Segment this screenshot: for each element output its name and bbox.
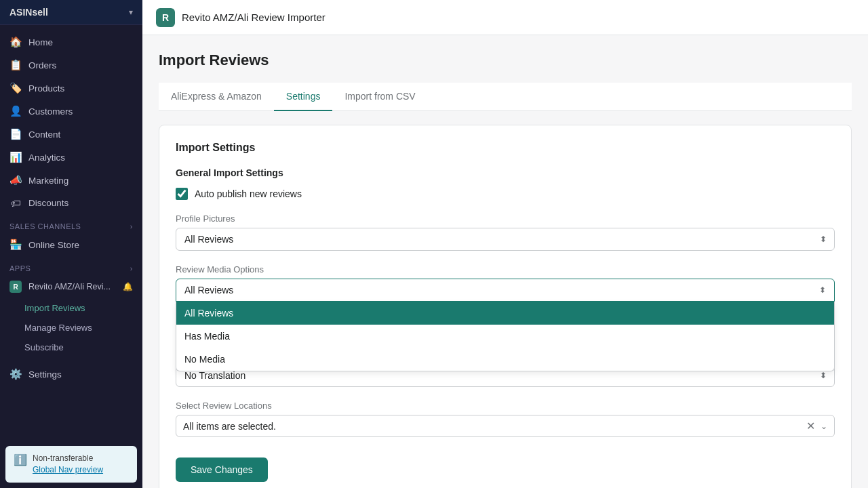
products-icon: 🏷️	[9, 82, 22, 94]
locations-arrow-icon[interactable]: ⌄	[821, 422, 827, 431]
locations-clear-icon[interactable]: ✕	[806, 420, 815, 432]
sidebar-nav: 🏠 Home 📋 Orders 🏷️ Products 👤 Customers …	[0, 25, 142, 441]
import-settings-card: Import Settings General Import Settings …	[159, 125, 852, 488]
auto-publish-row: Auto publish new reviews	[176, 188, 835, 200]
sidebar-item-marketing-label: Marketing	[28, 176, 68, 186]
locations-field: Select Review Locations All items are se…	[176, 401, 835, 437]
sidebar-sub-item-subscribe[interactable]: Subscribe	[0, 338, 142, 357]
marketing-icon: 📣	[9, 174, 22, 186]
sales-channels-chevron-icon: ›	[130, 222, 133, 230]
review-media-current-value: All Reviews	[184, 285, 233, 296]
sidebar-item-analytics[interactable]: 📊 Analytics	[0, 146, 142, 169]
sidebar-item-analytics-label: Analytics	[28, 152, 65, 163]
analytics-icon: 📊	[9, 151, 22, 163]
review-media-dropdown-trigger[interactable]: All Reviews ⬍	[176, 279, 835, 302]
notification-text: Non-transferable Global Nav preview	[33, 453, 103, 476]
topbar-app-title: Revito AMZ/Ali Review Importer	[182, 12, 326, 23]
review-media-arrow-icon: ⬍	[819, 285, 826, 295]
settings-icon: ⚙️	[9, 368, 22, 380]
save-changes-button[interactable]: Save Changes	[176, 458, 268, 482]
page-title: Import Reviews	[159, 52, 852, 69]
sidebar-item-home-label: Home	[28, 37, 53, 47]
sidebar-item-app-label: Revito AMZ/Ali Revi...	[28, 282, 111, 291]
tab-import-from-csv[interactable]: Import from CSV	[332, 83, 427, 111]
home-icon: 🏠	[9, 36, 22, 48]
orders-icon: 📋	[9, 59, 22, 71]
profile-pictures-label: Profile Pictures	[176, 214, 835, 224]
sidebar-item-discounts-label: Discounts	[28, 198, 68, 208]
sidebar-item-online-store[interactable]: 🏪 Online Store	[0, 233, 142, 256]
review-media-option-no-media[interactable]: No Media	[176, 348, 834, 371]
sales-channels-section: Sales channels ›	[0, 214, 142, 233]
sidebar-item-content[interactable]: 📄 Content	[0, 123, 142, 146]
manage-reviews-label: Manage Reviews	[24, 323, 92, 333]
card-title: Import Settings	[176, 142, 835, 154]
locations-multiselect[interactable]: All items are selected. ✕ ⌄	[176, 415, 835, 437]
tab-aliexpress-amazon[interactable]: AliExpress & Amazon	[159, 83, 274, 111]
content-area: Import Reviews AliExpress & Amazon Setti…	[142, 35, 868, 488]
store-selector-chevron-icon: ▾	[129, 7, 133, 17]
sidebar-item-home[interactable]: 🏠 Home	[0, 30, 142, 54]
sidebar-sub-item-import-reviews[interactable]: Import Reviews	[0, 298, 142, 318]
sidebar-item-discounts[interactable]: 🏷 Discounts	[0, 192, 142, 214]
app-bell-icon: 🔔	[123, 282, 133, 291]
sidebar-item-content-label: Content	[28, 129, 60, 140]
online-store-icon: 🏪	[9, 239, 22, 251]
review-media-options-list: All Reviews Has Media No Media	[176, 302, 835, 371]
store-name: ASINsell	[9, 7, 48, 18]
content-icon: 📄	[9, 128, 22, 140]
auto-publish-label: Auto publish new reviews	[195, 188, 302, 199]
notification-link[interactable]: Global Nav preview	[33, 465, 103, 474]
sidebar-item-settings-label: Settings	[28, 369, 62, 380]
apps-chevron-icon: ›	[130, 264, 133, 272]
sidebar-item-app[interactable]: R Revito AMZ/Ali Revi... 🔔	[0, 275, 142, 298]
sidebar-item-products-label: Products	[28, 83, 64, 94]
review-media-dropdown-container: All Reviews ⬍ All Reviews Has Media No M…	[176, 279, 835, 302]
sidebar-item-online-store-label: Online Store	[28, 240, 79, 250]
sidebar: ASINsell ▾ 🏠 Home 📋 Orders 🏷️ Products 👤…	[0, 0, 142, 488]
sidebar-item-settings[interactable]: ⚙️ Settings	[0, 363, 142, 386]
main-content: R Revito AMZ/Ali Review Importer Import …	[142, 0, 868, 488]
review-media-option-all[interactable]: All Reviews	[176, 302, 834, 325]
sidebar-sub-item-manage-reviews[interactable]: Manage Reviews	[0, 318, 142, 338]
tab-settings[interactable]: Settings	[274, 83, 333, 111]
subscribe-label: Subscribe	[24, 342, 64, 352]
general-section-title: General Import Settings	[176, 167, 835, 178]
sidebar-item-customers-label: Customers	[28, 106, 73, 117]
notification-icon: ℹ️	[14, 453, 27, 466]
locations-current-value: All items are selected.	[183, 421, 276, 432]
review-media-option-has-media[interactable]: Has Media	[176, 325, 834, 348]
notification-banner: ℹ️ Non-transferable Global Nav preview	[5, 446, 137, 483]
auto-publish-checkbox[interactable]	[176, 188, 188, 200]
apps-section: Apps ›	[0, 256, 142, 275]
profile-pictures-select[interactable]: All Reviews Has Media No Media	[176, 228, 835, 251]
app-icon: R	[9, 281, 22, 293]
import-reviews-label: Import Reviews	[24, 303, 85, 313]
sidebar-item-customers[interactable]: 👤 Customers	[0, 100, 142, 123]
customers-icon: 👤	[9, 105, 22, 117]
sidebar-item-orders-label: Orders	[28, 60, 56, 70]
review-media-field: Review Media Options All Reviews ⬍ All R…	[176, 264, 835, 302]
app-logo: R	[156, 8, 175, 27]
topbar: R Revito AMZ/Ali Review Importer	[142, 0, 868, 35]
discounts-icon: 🏷	[9, 197, 22, 209]
profile-pictures-field: Profile Pictures All Reviews Has Media N…	[176, 214, 835, 251]
locations-multiselect-icons: ✕ ⌄	[806, 420, 827, 432]
review-media-label: Review Media Options	[176, 264, 835, 274]
sidebar-item-marketing[interactable]: 📣 Marketing	[0, 169, 142, 192]
sidebar-item-products[interactable]: 🏷️ Products	[0, 77, 142, 100]
profile-pictures-select-wrapper: All Reviews Has Media No Media ⬍	[176, 228, 835, 251]
store-selector[interactable]: ASINsell ▾	[0, 0, 142, 25]
locations-label: Select Review Locations	[176, 401, 835, 411]
tabs-bar: AliExpress & Amazon Settings Import from…	[159, 83, 852, 111]
sidebar-item-orders[interactable]: 📋 Orders	[0, 54, 142, 77]
